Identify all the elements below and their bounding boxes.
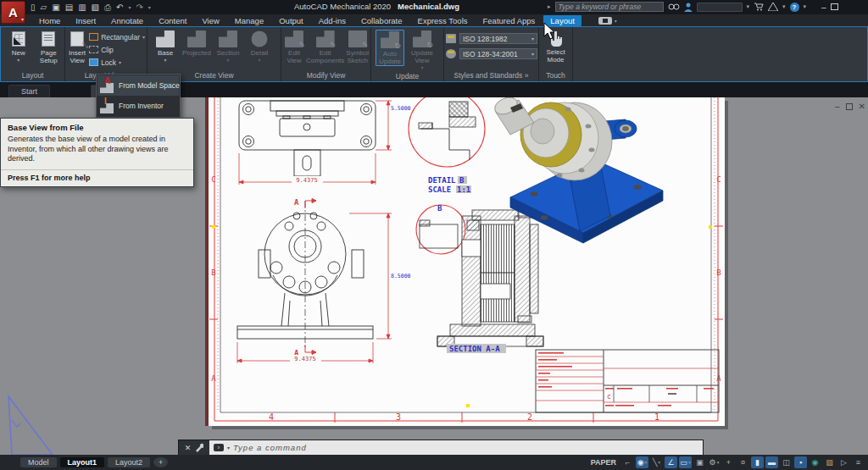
polar-angle-icon[interactable]: ∠ xyxy=(665,456,677,468)
panel-label-layout[interactable]: Layout xyxy=(1,70,64,81)
panel-label-modify-view[interactable]: Modify View xyxy=(281,70,370,81)
doc-restore-icon[interactable] xyxy=(846,103,853,110)
workspace-switch-icon[interactable]: ▬ xyxy=(765,456,778,468)
quick-view-icon[interactable]: ⌐ xyxy=(621,456,634,468)
dropdown-item-from-model-space[interactable]: AFrom Model Space xyxy=(97,75,179,96)
ribbon-tab-featured-apps[interactable]: Featured Apps xyxy=(476,15,542,26)
clip-button[interactable]: Clip xyxy=(89,44,145,55)
layout-tab-layout1[interactable]: Layout1 xyxy=(60,457,105,467)
transmit-icon[interactable]: ▥ xyxy=(78,1,86,14)
command-line[interactable]: ✕ › ▾ Type a command xyxy=(178,440,704,455)
ribbon-tab-add-ins[interactable]: Add-ins xyxy=(312,15,353,26)
recover-icon[interactable]: ▧ xyxy=(92,1,99,14)
layout-tab-model[interactable]: Model xyxy=(20,457,57,467)
edit-view-button[interactable]: ✎ EditView xyxy=(284,30,304,64)
rectangular-button[interactable]: Rectangular▾ xyxy=(89,31,145,42)
panel-label-styles[interactable]: Styles and Standards » xyxy=(444,70,538,81)
panel-launcher-icon[interactable]: » xyxy=(525,71,529,80)
redo-icon-caret[interactable]: ▾ xyxy=(148,4,151,10)
file-tab-start[interactable]: Start xyxy=(8,85,50,97)
new-file-icon[interactable]: ▯ xyxy=(31,1,36,14)
object-copy-icon[interactable]: ◫ xyxy=(780,456,793,468)
annotation-scale-icon[interactable]: ▮ xyxy=(751,456,764,468)
ribbon-tab-manage[interactable]: Manage xyxy=(228,15,270,26)
standard-select-1[interactable]: ISO 128:1982▾ xyxy=(459,33,537,44)
search-binoculars-icon[interactable] xyxy=(668,3,680,11)
search-input[interactable] xyxy=(555,2,664,12)
panel-label-update[interactable]: Update xyxy=(371,71,443,81)
open-folder-icon[interactable]: ▱ xyxy=(41,1,47,14)
doc-close-icon[interactable]: ✕ xyxy=(859,102,865,111)
app-store-icon[interactable] xyxy=(768,3,778,11)
page-setup-button[interactable]: PageSetup xyxy=(35,30,64,64)
save-as-icon[interactable]: ▤ xyxy=(65,1,73,14)
help-caret-icon[interactable]: ▾ xyxy=(804,3,807,10)
grid-snap-icon[interactable]: ◉▾ xyxy=(636,456,648,468)
base-view-button[interactable]: Base▾ xyxy=(151,30,180,64)
standard-select-2[interactable]: ISO 128-34:2001▾ xyxy=(459,48,537,59)
new-layout-button[interactable]: New▾ xyxy=(4,30,33,64)
auto-update-button[interactable]: ↻ AutoUpdate xyxy=(376,30,404,66)
doc-minimize-icon[interactable]: – xyxy=(835,102,840,111)
restore-button[interactable] xyxy=(831,3,838,10)
ortho-icon[interactable]: ╲▾ xyxy=(650,456,663,468)
ribbon-tab-annotate[interactable]: Annotate xyxy=(104,15,150,26)
dropdown-item-from-inventor[interactable]: IFrom Inventor xyxy=(97,96,179,116)
ribbon-tab-home[interactable]: Home xyxy=(32,15,67,26)
ribbon-toggle-icon[interactable] xyxy=(598,17,612,25)
print-icon[interactable]: ⎙ xyxy=(104,1,111,14)
save-icon[interactable]: ▣ xyxy=(52,1,59,14)
command-line-grip[interactable]: ✕ xyxy=(179,440,209,455)
application-menu-button[interactable]: A▾ xyxy=(1,1,25,24)
isolate-objects-icon[interactable]: ▷ xyxy=(837,456,850,468)
minimize-button[interactable]: – xyxy=(821,3,826,12)
ribbon-tab-view[interactable]: View xyxy=(195,15,225,26)
undo-icon-caret[interactable]: ▾ xyxy=(128,4,131,10)
insert-view-button[interactable]: ⤡ Insert View xyxy=(67,30,87,64)
ribbon-tab-insert[interactable]: Insert xyxy=(69,15,103,26)
undo-icon[interactable]: ↶ xyxy=(116,1,123,14)
new-caret-icon[interactable]: ▾ xyxy=(17,58,19,64)
projected-view-button[interactable]: Projected xyxy=(182,30,211,57)
image-frame-icon[interactable]: ▨ xyxy=(823,456,836,468)
ribbon-tab-collaborate[interactable]: Collaborate xyxy=(354,15,409,26)
detail-view-button[interactable]: Detail▾ xyxy=(245,30,274,64)
app-store-caret-icon[interactable]: ▾ xyxy=(782,3,786,10)
user-icon[interactable] xyxy=(684,3,693,12)
sign-in-caret-icon[interactable]: ▾ xyxy=(747,3,750,10)
annotation-visibility-icon[interactable]: ¤ xyxy=(737,456,749,468)
panel-label-touch[interactable]: Touch xyxy=(539,70,572,81)
paper-sheet[interactable]: C B A C B A 4 3 2 1 xyxy=(209,97,725,426)
cart-icon[interactable] xyxy=(754,3,764,11)
command-prompt-icon[interactable]: › xyxy=(214,444,224,451)
command-input[interactable]: › ▾ Type a command xyxy=(209,440,703,455)
command-customize-wrench-icon[interactable] xyxy=(194,443,203,452)
command-close-icon[interactable]: ✕ xyxy=(185,444,192,452)
osnap-3d-icon[interactable]: ▣ xyxy=(693,456,706,468)
crosshair-icon[interactable]: + xyxy=(722,456,735,468)
ui-lock-icon[interactable]: ▪ xyxy=(794,456,807,468)
settings-gear-icon[interactable]: ⚙▾ xyxy=(708,456,721,468)
layout-tab-layout2[interactable]: Layout2 xyxy=(108,457,150,467)
redo-icon[interactable]: ↷ xyxy=(136,1,142,14)
ribbon-toggle-caret-icon[interactable]: ▾ xyxy=(615,18,617,24)
command-recent-caret-icon[interactable]: ▾ xyxy=(227,445,230,451)
ribbon-tab-express-tools[interactable]: Express Tools xyxy=(411,15,475,26)
ribbon-display-toggle[interactable]: ▾ xyxy=(598,17,617,25)
search-collapse-icon[interactable]: ▸ xyxy=(548,3,551,10)
ribbon-tab-output[interactable]: Output xyxy=(272,15,310,26)
lock-button[interactable]: Lock▾ xyxy=(89,57,145,68)
update-view-button[interactable]: ↻ UpdateView▾ xyxy=(408,30,437,71)
add-layout-button[interactable]: + xyxy=(153,457,168,467)
graphics-performance-icon[interactable]: ◉ xyxy=(809,456,821,468)
base-caret-icon[interactable]: ▾ xyxy=(164,58,166,64)
ribbon-tab-content[interactable]: Content xyxy=(152,15,193,26)
help-icon[interactable]: ? xyxy=(790,3,799,12)
sign-in-area[interactable] xyxy=(697,3,743,12)
customization-menu-icon[interactable]: ≡ xyxy=(852,456,865,468)
paper-space-indicator[interactable]: PAPER xyxy=(591,458,616,467)
edit-components-button[interactable]: ✎ EditComponents xyxy=(306,30,344,64)
section-view-button[interactable]: Section▾ xyxy=(214,30,242,64)
dynamic-input-icon[interactable]: ▭▾ xyxy=(679,456,692,468)
symbol-sketch-button[interactable]: ✎ SymbolSketch xyxy=(346,30,369,64)
